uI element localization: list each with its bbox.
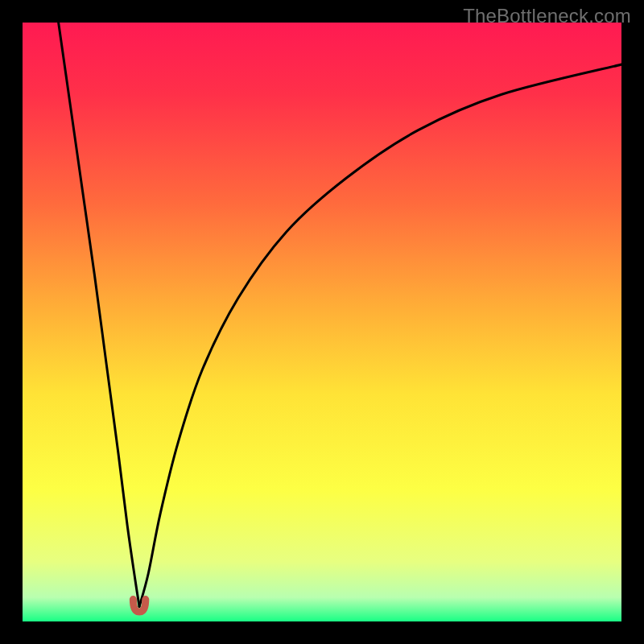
chart-svg [23, 23, 621, 621]
gradient-background [23, 23, 621, 621]
plot-area [23, 23, 621, 621]
outer-frame: TheBottleneck.com [0, 0, 644, 644]
